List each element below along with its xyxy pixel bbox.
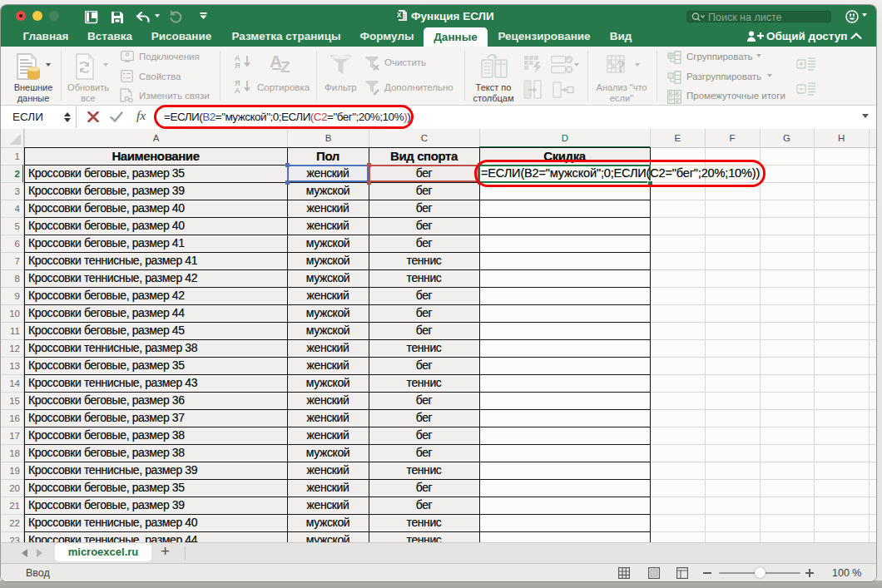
svg-text:?: ?	[617, 57, 626, 76]
svg-text:X: X	[397, 11, 402, 19]
